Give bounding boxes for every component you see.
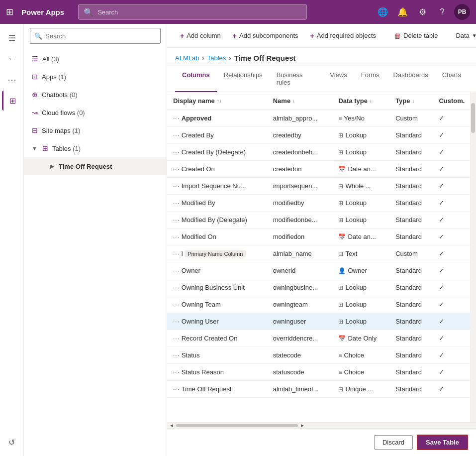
row-menu-icon[interactable]: ··· — [173, 166, 180, 173]
scroll-left-arrow[interactable]: ◄ — [169, 423, 174, 428]
row-menu-icon[interactable]: ··· — [173, 352, 180, 359]
tab-forms[interactable]: Forms — [354, 66, 386, 92]
global-search-input[interactable] — [97, 8, 301, 16]
row-menu-icon[interactable]: ··· — [173, 301, 180, 308]
row-menu-icon[interactable]: ··· — [173, 115, 180, 122]
back-btn[interactable]: ← — [2, 49, 22, 69]
sidebar-item-apps[interactable]: ⊡ Apps (1) — [24, 68, 167, 86]
time-off-expand-icon: ▶ — [50, 163, 54, 170]
globe-icon-btn[interactable]: 🌐 — [375, 4, 390, 20]
custom-checkmark: ✓ — [439, 233, 444, 240]
hamburger-menu-btn[interactable]: ☰ — [2, 28, 22, 48]
tab-views[interactable]: Views — [323, 66, 354, 92]
plus-icon: + — [180, 32, 184, 40]
row-menu-icon[interactable]: ··· — [173, 233, 180, 240]
table-row[interactable]: ··· Modified Onmodifiedon📅Date an...Stan… — [167, 228, 476, 245]
table-row[interactable]: ··· Owning Teamowningteam⊞LookupStandard… — [167, 296, 476, 313]
row-menu-icon[interactable]: ··· — [173, 386, 180, 393]
row-menu-icon[interactable]: ··· — [173, 267, 180, 274]
global-search-box[interactable]: 🔍 — [78, 4, 307, 20]
scroll-right-arrow[interactable]: ► — [300, 423, 305, 428]
tab-columns[interactable]: Columns — [175, 66, 217, 92]
vertical-scrollbar[interactable] — [470, 92, 476, 422]
data-btn[interactable]: Data ▼ — [451, 29, 476, 42]
col-header-name[interactable]: Name ↓ — [267, 92, 333, 110]
bell-icon-btn[interactable]: 🔔 — [394, 4, 410, 20]
table-row[interactable]: ··· Modified Bymodifiedby⊞LookupStandard… — [167, 195, 476, 212]
table-row[interactable]: ··· Status Reasonstatuscode≡ChoiceStanda… — [167, 364, 476, 381]
col-header-type[interactable]: Type ↓ — [389, 92, 433, 110]
tables-nav-btn[interactable]: ⊞ — [2, 91, 22, 111]
sidebar-item-all[interactable]: ☰ All (3) — [24, 50, 167, 68]
breadcrumb-tables[interactable]: Tables — [207, 54, 226, 62]
sort-icon-display-name: ↑↓ — [217, 98, 222, 104]
row-menu-icon[interactable]: ··· — [173, 369, 180, 376]
tab-dashboards[interactable]: Dashboards — [386, 66, 435, 92]
table-row[interactable]: ··· Time Off Requestalmlab_timeof...⊟Uni… — [167, 381, 476, 398]
sidebar-search-box[interactable]: 🔍 — [30, 28, 161, 44]
table-row[interactable]: ··· Owning Business Unitowningbusine...⊞… — [167, 279, 476, 296]
sidebar-item-tables[interactable]: ▼ ⊞ Tables (1) — [24, 139, 167, 157]
table-row[interactable]: ··· Created Bycreatedby⊞LookupStandard✓ — [167, 127, 476, 144]
sidebar-item-time-off-request[interactable]: ▶ Time Off Request — [24, 157, 167, 175]
table-row[interactable]: ··· Owning Userowninguser⊞LookupStandard… — [167, 313, 476, 330]
tables-icon: ⊞ — [42, 144, 48, 152]
table-row[interactable]: ··· Record Created Onoverriddencre...📅Da… — [167, 330, 476, 347]
table-row[interactable]: ··· Created Oncreatedon📅Date an...Standa… — [167, 161, 476, 178]
help-icon-btn[interactable]: ? — [434, 4, 450, 20]
row-menu-icon[interactable]: ··· — [173, 284, 180, 291]
col-header-data-type[interactable]: Data type ↓ — [332, 92, 389, 110]
site-maps-icon: ⊟ — [32, 126, 38, 134]
scroll-thumb — [176, 424, 298, 427]
custom-checkmark: ✓ — [439, 182, 444, 190]
table-area[interactable]: Display name ↑↓ Name ↓ D — [167, 92, 476, 422]
data-type-icon: 📅 — [338, 233, 346, 240]
settings-icon-btn[interactable]: ⚙ — [414, 4, 430, 20]
table-row[interactable]: ··· Created By (Delegate)createdonbeh...… — [167, 144, 476, 161]
delete-table-btn[interactable]: 🗑 Delete table — [389, 29, 443, 43]
tab-business-rules[interactable]: Business rules — [270, 66, 323, 92]
discard-button[interactable]: Discard — [374, 435, 413, 450]
app-title: Power Apps — [21, 8, 64, 16]
row-menu-icon[interactable]: ··· — [173, 200, 180, 207]
data-type-icon: ≡ — [338, 115, 342, 122]
save-table-button[interactable]: Save Table — [417, 435, 468, 450]
row-menu-icon[interactable]: ··· — [173, 183, 180, 190]
custom-checkmark: ✓ — [439, 301, 444, 308]
custom-checkmark: ✓ — [439, 351, 444, 359]
breadcrumb-almlab[interactable]: ALMLab — [175, 54, 199, 62]
table-row[interactable]: ··· Statusstatecode≡ChoiceStandard✓ — [167, 347, 476, 364]
col-header-display-name[interactable]: Display name ↑↓ — [167, 92, 267, 110]
row-menu-icon[interactable]: ··· — [173, 335, 180, 342]
add-column-btn[interactable]: + Add column — [175, 29, 226, 43]
table-row[interactable]: ··· Modified By (Delegate)modifiedonbe..… — [167, 212, 476, 228]
row-menu-icon[interactable]: ··· — [173, 318, 180, 325]
trash-icon: 🗑 — [394, 32, 401, 40]
avatar[interactable]: PB — [454, 4, 470, 20]
horizontal-scrollbar[interactable]: ◄ ► — [167, 422, 476, 428]
sidebar-search-input[interactable] — [45, 32, 156, 40]
history-btn[interactable]: ↺ — [2, 432, 22, 452]
row-menu-icon[interactable]: ··· — [173, 132, 180, 139]
add-subcomponents-btn[interactable]: + Add subcomponents — [228, 29, 303, 43]
columns-table: Display name ↑↓ Name ↓ D — [167, 92, 476, 398]
table-row[interactable]: ··· Import Sequence Nu...importsequen...… — [167, 178, 476, 195]
chevron-down-icon: ▼ — [472, 33, 476, 38]
data-type-icon: ⊞ — [338, 284, 343, 291]
add-required-objects-btn[interactable]: + Add required objects — [305, 29, 381, 43]
more-options-btn[interactable]: ⋯ — [2, 70, 22, 90]
grid-icon[interactable]: ⊞ — [6, 6, 13, 17]
row-menu-icon[interactable]: ··· — [173, 217, 180, 224]
row-menu-icon[interactable]: ··· — [173, 149, 180, 156]
custom-checkmark: ✓ — [439, 284, 444, 291]
sidebar-item-cloud-flows[interactable]: ↝ Cloud flows (0) — [24, 104, 167, 121]
sidebar-item-site-maps[interactable]: ⊟ Site maps (1) — [24, 121, 167, 139]
tab-charts[interactable]: Charts — [435, 66, 468, 92]
table-row[interactable]: ··· Approvedalmlab_appro...≡Yes/NoCustom… — [167, 110, 476, 127]
main-layout: ☰ ← ⋯ ⊞ ↺ 🔍 ☰ All (3) ⊡ Apps (1) ⊕ Chatb… — [0, 24, 476, 456]
tab-relationships[interactable]: Relationships — [217, 66, 270, 92]
sidebar-item-chatbots[interactable]: ⊕ Chatbots (0) — [24, 86, 167, 104]
row-menu-icon[interactable]: ··· — [173, 250, 180, 257]
table-row[interactable]: ··· l Primary Name Columnalmlab_name⊟Tex… — [167, 245, 476, 262]
table-row[interactable]: ··· Ownerownerid👤OwnerStandard✓ — [167, 262, 476, 279]
